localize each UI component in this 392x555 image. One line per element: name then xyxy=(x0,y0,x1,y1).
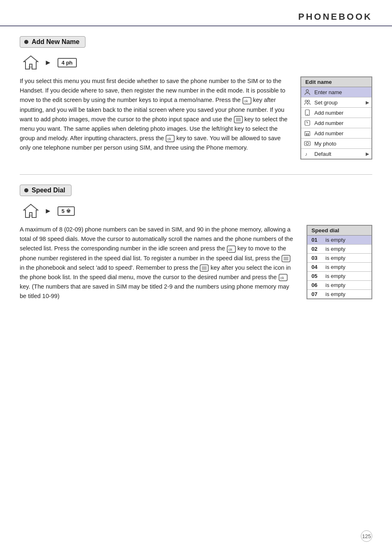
section1-body: If you select this menu you must first d… xyxy=(20,76,372,160)
speed-dial-num-0: 01 xyxy=(311,237,321,243)
edit-name-row-6-label: Default xyxy=(314,151,362,157)
section1-description: If you select this menu you must first d… xyxy=(20,76,291,153)
section2-description: A maximum of 8 (02-09) phone numbers can… xyxy=(20,225,297,301)
svg-rect-18 xyxy=(308,133,309,136)
section-bullet-2 xyxy=(24,188,28,192)
edit-name-row-1-arrow: ▶ xyxy=(366,100,369,105)
svg-point-11 xyxy=(305,100,307,102)
edit-name-row-0: Enter name xyxy=(301,87,371,97)
ok-key-icon4: ok xyxy=(279,274,288,281)
section-title-label: Add New Name xyxy=(32,38,79,46)
edit-name-row-6-arrow: ▶ xyxy=(366,151,369,157)
section-speed-dial: Speed Dial 10 ► 5 ※ A maximum of 8 (02-0… xyxy=(20,185,372,301)
page-title: PHONEBOOK xyxy=(20,12,372,22)
speed-dial-row-0: 01 is empty xyxy=(307,236,371,245)
mobile-icon xyxy=(304,109,311,116)
speed-dial-num-1: 02 xyxy=(311,246,321,252)
speed-dial-status-4: is empty xyxy=(325,273,345,279)
svg-text:ok: ok xyxy=(244,99,248,103)
page-header: PHONEBOOK xyxy=(0,0,392,26)
menu-key-icon3 xyxy=(200,264,209,272)
section1-icon-label: 4 ph xyxy=(62,60,73,66)
speed-dial-num-4: 05 xyxy=(311,273,321,279)
section1-icon-row: 10 ► 4 ph xyxy=(23,55,372,70)
edit-name-row-2: Add number xyxy=(301,108,371,118)
section2-icon-label: 5 ※ xyxy=(62,208,71,214)
section-title-speed-dial: Speed Dial xyxy=(20,185,71,196)
section2-body: A maximum of 8 (02-09) phone numbers can… xyxy=(20,225,372,301)
svg-text:10: 10 xyxy=(28,66,32,69)
person-icon xyxy=(304,88,311,96)
speed-dial-row-2: 03 is empty xyxy=(307,254,371,263)
svg-point-20 xyxy=(306,142,309,145)
section-bullet xyxy=(24,40,28,44)
home-phone-icon xyxy=(304,119,311,127)
speed-dial-num-2: 03 xyxy=(311,255,321,261)
svg-text:10: 10 xyxy=(28,214,32,217)
ok-key-icon2: ok xyxy=(166,135,175,142)
section-divider xyxy=(20,174,372,175)
speed-dial-status-3: is empty xyxy=(325,264,345,270)
office-icon xyxy=(304,130,311,137)
speed-dial-status-5: is empty xyxy=(325,282,345,288)
speed-dial-table-header: Speed dial xyxy=(307,226,371,236)
section2-destination-icon: 5 ※ xyxy=(58,206,75,216)
melody-icon: ♪ xyxy=(304,150,311,157)
section-add-new-name: Add New Name 10 ► 4 ph If you select thi… xyxy=(20,36,372,160)
svg-point-12 xyxy=(308,100,310,102)
speed-dial-status-6: is empty xyxy=(325,291,345,297)
edit-name-row-3-label: Add number xyxy=(314,120,366,126)
svg-text:♪: ♪ xyxy=(305,151,307,157)
edit-name-row-3: Add number xyxy=(301,118,371,128)
svg-text:ok: ok xyxy=(280,276,284,280)
speed-dial-num-5: 06 xyxy=(311,282,321,288)
edit-name-table: Edit name Enter name Set group ▶ xyxy=(300,76,372,160)
ok-key-icon1: ok xyxy=(242,97,251,104)
edit-name-row-2-label: Add number xyxy=(314,110,366,116)
edit-name-row-1: Set group ▶ xyxy=(301,97,371,108)
edit-name-row-4-label: Add number xyxy=(314,130,366,136)
section1-destination-icon: 4 ph xyxy=(58,58,77,67)
speed-dial-row-6: 07 is empty xyxy=(307,290,371,298)
group-icon xyxy=(304,99,311,106)
section2-icon-row: 10 ► 5 ※ xyxy=(23,204,372,218)
svg-text:ok: ok xyxy=(167,137,171,141)
speed-dial-row-3: 04 is empty xyxy=(307,263,371,272)
edit-name-table-header: Edit name xyxy=(301,77,371,87)
menu-key-icon2 xyxy=(281,255,291,262)
svg-rect-16 xyxy=(305,132,310,136)
section-title-add-new-name: Add New Name xyxy=(20,36,85,48)
page-number: 125 xyxy=(361,530,372,542)
speed-dial-row-5: 06 is empty xyxy=(307,281,371,290)
speed-dial-status-1: is empty xyxy=(325,246,345,252)
speed-dial-num-3: 04 xyxy=(311,264,321,270)
speed-dial-row-1: 02 is empty xyxy=(307,245,371,254)
speed-dial-row-4: 05 is empty xyxy=(307,272,371,281)
phonebook-home-icon-2: 10 xyxy=(23,204,39,218)
edit-name-row-1-label: Set group xyxy=(314,99,362,106)
section-title-speed-label: Speed Dial xyxy=(32,187,65,194)
phonebook-home-icon: 10 xyxy=(23,55,39,70)
edit-name-row-5-label: My photo xyxy=(314,141,366,147)
speed-dial-table: Speed dial 01 is empty 02 is empty 03 is… xyxy=(307,225,372,299)
arrow-icon-2: ► xyxy=(44,207,52,215)
menu-key-icon1 xyxy=(234,116,243,123)
svg-text:ok: ok xyxy=(228,247,233,252)
photo-icon xyxy=(304,140,311,147)
edit-name-row-6: ♪ Default ▶ xyxy=(301,149,371,159)
edit-name-row-4: Add number xyxy=(301,128,371,139)
edit-name-row-0-label: Enter name xyxy=(314,89,366,95)
svg-point-10 xyxy=(306,90,309,92)
edit-name-row-5: My photo xyxy=(301,139,371,149)
speed-dial-status-0: is empty xyxy=(325,237,345,243)
ok-key-icon3: ok xyxy=(227,245,236,253)
speed-dial-status-2: is empty xyxy=(325,255,345,261)
arrow-icon: ► xyxy=(44,58,52,67)
svg-rect-17 xyxy=(306,133,307,136)
speed-dial-num-6: 07 xyxy=(311,291,321,297)
